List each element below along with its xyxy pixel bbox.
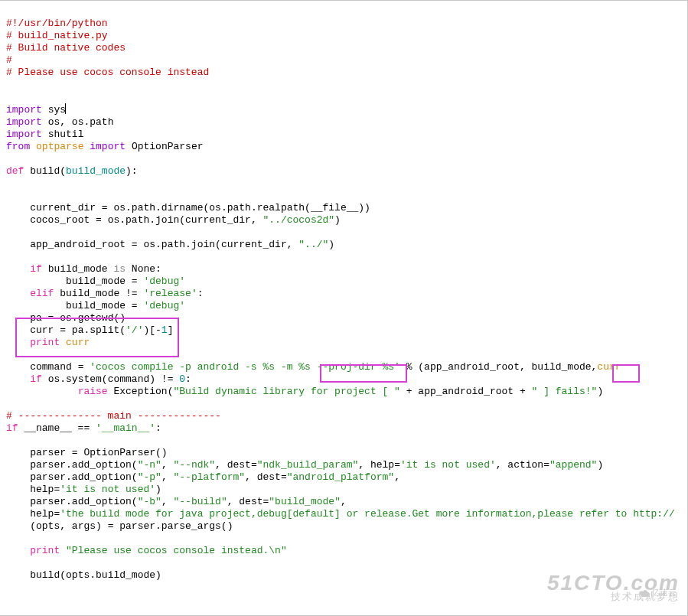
code-line: # Please use cocos console instead [6, 67, 209, 78]
code-line: help='it is not used') [6, 484, 161, 495]
code-line: print curr [6, 337, 90, 348]
code-line: build_mode = 'debug' [6, 275, 185, 287]
code-line: parser.add_option("-n", "--ndk", dest="n… [6, 459, 603, 471]
code-line: if build_mode is None: [6, 263, 161, 275]
code-line: print "Please use cocos console instead.… [6, 545, 287, 556]
code-line: pa = os.getcwd() [6, 312, 126, 324]
code-line: parser.add_option("-b", "--build", dest=… [6, 496, 347, 507]
code-editor[interactable]: #!/usr/bin/python # build_native.py # Bu… [0, 0, 688, 616]
code-line: #!/usr/bin/python [6, 18, 108, 29]
code-line: parser.add_option("-p", "--platform", de… [6, 471, 400, 483]
code-line: import os, os.path [6, 116, 113, 128]
code-line: import sys [6, 104, 66, 116]
code-line: raise Exception("Build dynamic library f… [6, 386, 603, 397]
code-line: if __name__ == '__main__': [6, 422, 161, 434]
code-line: # build_native.py [6, 30, 108, 41]
code-line: build_mode = 'debug' [6, 300, 185, 311]
code-line: build(opts.build_mode) [6, 569, 161, 581]
code-line: elif build_mode != 'release': [6, 288, 204, 299]
code-line: cocos_root = os.path.join(current_dir, "… [6, 214, 341, 226]
code-line: if os.system(command) != 0: [6, 373, 191, 385]
code-line: from optparse import OptionParser [6, 141, 204, 152]
code-line: # [6, 54, 12, 66]
code-line: def build(build_mode): [6, 165, 138, 177]
code-line: import shutil [6, 129, 83, 140]
code-line: command = 'cocos compile -p android -s %… [6, 361, 621, 373]
code-line: # -------------- main -------------- [6, 410, 221, 422]
code-line: app_android_root = os.path.join(current_… [6, 239, 334, 250]
text-caret [65, 103, 66, 114]
code-line: current_dir = os.path.dirname(os.path.re… [6, 202, 370, 213]
code-line: curr = pa.split('/')[-1] [6, 324, 173, 336]
code-line: # Build native codes [6, 42, 126, 54]
watermark-badge: 亿速云 [630, 574, 677, 611]
code-line: help='the build mode for java project,de… [6, 508, 675, 520]
cloud-icon [639, 589, 650, 597]
code-line: parser = OptionParser() [6, 447, 168, 458]
code-line: (opts, args) = parser.parse_args() [6, 520, 233, 532]
